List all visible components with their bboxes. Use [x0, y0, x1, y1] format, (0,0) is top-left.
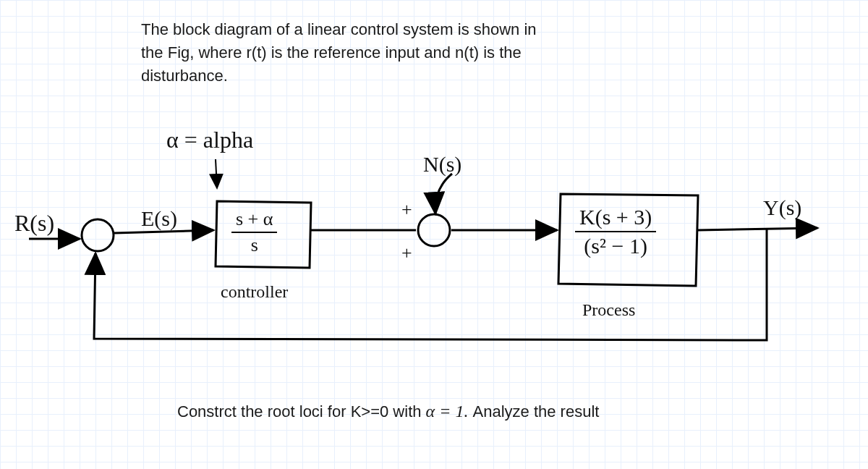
alpha-pointer-arrow: [216, 159, 217, 188]
summing-junction-2: [418, 214, 450, 246]
arrow-process-to-y: [698, 228, 817, 230]
block-diagram-svg: [0, 0, 868, 469]
summing-junction-1: [82, 219, 114, 251]
arrow-n-to-sum2: [435, 174, 452, 214]
process-box: [558, 194, 698, 286]
controller-box: [216, 201, 311, 268]
arrow-sum1-to-controller: [114, 230, 213, 233]
